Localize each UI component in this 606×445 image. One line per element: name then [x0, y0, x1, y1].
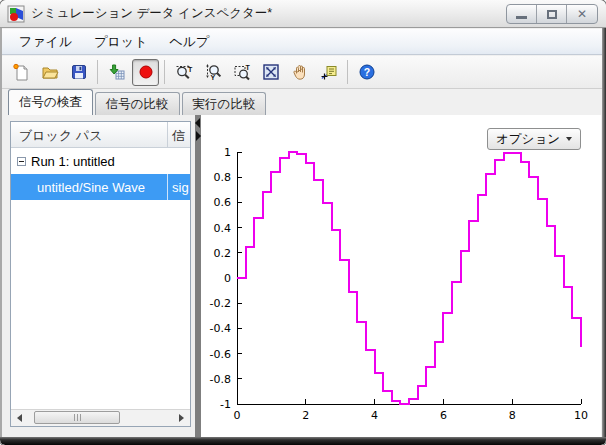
column-header-signal[interactable]: 信	[168, 122, 190, 147]
svg-text:-0.6: -0.6	[210, 348, 231, 361]
open-folder-icon	[41, 63, 59, 81]
import-data-icon	[108, 63, 126, 81]
scroll-left-icon	[17, 414, 22, 422]
thumb-grip	[77, 414, 78, 421]
options-button[interactable]: オプション	[487, 128, 581, 150]
options-button-label: オプション	[496, 131, 560, 148]
data-cursor-button[interactable]	[315, 59, 342, 86]
tab-bar: 信号の検査 信号の比較 実行の比較	[2, 89, 602, 115]
restore-button[interactable]	[537, 5, 567, 23]
signal-name-cell: sig	[168, 174, 190, 200]
tab-compare-runs[interactable]: 実行の比較	[182, 92, 267, 115]
menu-file[interactable]: ファイル	[10, 30, 81, 54]
close-button[interactable]: ✕	[567, 5, 597, 23]
zoom-in-xy-button[interactable]: T	[228, 59, 255, 86]
help-button[interactable]: ?	[353, 59, 380, 86]
pan-button[interactable]	[286, 59, 313, 86]
zoom-in-y-icon: Y	[204, 63, 222, 81]
pan-hand-icon	[291, 63, 309, 81]
splitter-collapse-left-icon[interactable]	[195, 118, 200, 128]
window-title: シミュレーション データ インスペクター*	[31, 5, 272, 22]
menu-bar: ファイル プロット ヘルプ	[2, 29, 602, 55]
svg-text:0: 0	[234, 409, 241, 422]
svg-text:Y: Y	[210, 74, 215, 81]
svg-text:-0.8: -0.8	[210, 373, 231, 386]
content-area: ブロック パス 信 Run 1: untitled untitled/Sine …	[2, 115, 602, 437]
chart-panel: 0246810-1-0.8-0.6-0.4-0.200.20.40.60.81 …	[201, 115, 601, 437]
svg-text:0.8: 0.8	[214, 171, 232, 184]
run-group-label: Run 1: untitled	[31, 154, 115, 169]
help-icon: ?	[358, 63, 376, 81]
table-row-run-group[interactable]: Run 1: untitled	[11, 148, 190, 174]
import-data-button[interactable]	[103, 59, 130, 86]
svg-text:0: 0	[224, 272, 231, 285]
app-icon	[7, 5, 25, 23]
zoom-in-time-icon: T	[175, 63, 193, 81]
minimize-button[interactable]	[507, 5, 537, 23]
svg-text:0.2: 0.2	[214, 247, 232, 260]
thumb-grip	[80, 414, 81, 421]
svg-text:1: 1	[224, 146, 231, 159]
signal-table-panel: ブロック パス 信 Run 1: untitled untitled/Sine …	[10, 121, 191, 427]
zoom-in-y-button[interactable]: Y	[199, 59, 226, 86]
signal-block-path: untitled/Sine Wave	[11, 174, 168, 200]
menu-help[interactable]: ヘルプ	[160, 30, 218, 54]
horizontal-scrollbar[interactable]	[11, 409, 190, 426]
svg-text:6: 6	[440, 409, 447, 422]
svg-text:4: 4	[371, 409, 378, 422]
app-window: シミュレーション データ インスペクター* ✕ ファイル プロット ヘルプ	[0, 0, 606, 445]
scroll-right-button[interactable]	[173, 410, 190, 426]
minimize-icon	[516, 16, 527, 19]
table-row-signal[interactable]: untitled/Sine Wave sig	[11, 174, 190, 200]
new-document-icon	[12, 63, 30, 81]
open-button[interactable]	[36, 59, 63, 86]
zoom-in-xy-icon: T	[233, 63, 251, 81]
plot-canvas: 0246810-1-0.8-0.6-0.4-0.200.20.40.60.81	[201, 115, 601, 437]
svg-text:?: ?	[363, 66, 369, 78]
save-icon	[70, 63, 88, 81]
new-document-button[interactable]	[7, 59, 34, 86]
menu-plot[interactable]: プロット	[85, 30, 156, 54]
toolbar-separator	[164, 60, 165, 84]
svg-text:10: 10	[574, 409, 588, 422]
restore-icon	[547, 10, 557, 19]
window-frame-right	[602, 28, 606, 437]
window-frame-left	[0, 28, 2, 437]
record-button[interactable]	[132, 59, 159, 86]
svg-text:-0.4: -0.4	[210, 322, 231, 335]
data-cursor-icon	[320, 63, 338, 81]
window-frame-bottom	[0, 437, 606, 445]
tab-inspect-signals[interactable]: 信号の検査	[8, 89, 93, 115]
zoom-in-time-button[interactable]: T	[170, 59, 197, 86]
svg-text:-0.2: -0.2	[210, 297, 231, 310]
scroll-right-icon	[179, 414, 184, 422]
table-header: ブロック パス 信	[11, 122, 190, 148]
scroll-left-button[interactable]	[11, 410, 28, 426]
svg-text:0.4: 0.4	[214, 222, 232, 235]
save-button[interactable]	[65, 59, 92, 86]
svg-text:T: T	[245, 64, 250, 71]
chevron-down-icon	[566, 137, 572, 141]
thumb-grip	[74, 414, 75, 421]
toolbar: T Y T	[2, 56, 602, 89]
title-bar[interactable]: シミュレーション データ インスペクター* ✕	[0, 0, 606, 28]
toolbar-separator	[97, 60, 98, 84]
svg-text:0.6: 0.6	[214, 196, 232, 209]
fit-to-view-button[interactable]	[257, 59, 284, 86]
svg-text:8: 8	[509, 409, 516, 422]
record-icon	[137, 63, 155, 81]
svg-text:-1: -1	[220, 398, 231, 411]
fit-to-view-icon	[262, 63, 280, 81]
toolbar-separator	[347, 60, 348, 84]
svg-text:2: 2	[302, 409, 309, 422]
collapse-expander-icon[interactable]	[17, 157, 26, 166]
tab-compare-signals[interactable]: 信号の比較	[95, 92, 180, 115]
scrollbar-track[interactable]	[28, 410, 173, 426]
window-controls: ✕	[506, 4, 598, 24]
column-header-block-path[interactable]: ブロック パス	[11, 122, 168, 147]
svg-text:T: T	[188, 66, 193, 73]
scrollbar-thumb[interactable]	[34, 411, 120, 424]
close-icon: ✕	[577, 8, 587, 20]
